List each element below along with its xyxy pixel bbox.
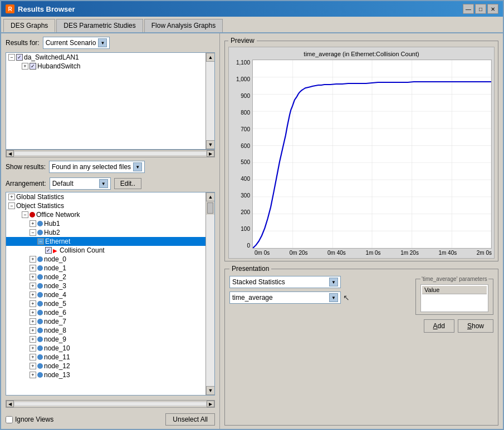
- results-for-arrow[interactable]: ▼: [98, 38, 107, 47]
- expand-icon[interactable]: +: [30, 327, 36, 334]
- ignore-views-checkbox[interactable]: [6, 416, 13, 423]
- show-label-rest: how: [472, 322, 484, 330]
- list-item[interactable]: + node_5: [6, 299, 214, 308]
- list-item[interactable]: + node_11: [6, 353, 214, 362]
- list-item[interactable]: + node_8: [6, 326, 214, 335]
- blue-dot-icon: [37, 274, 43, 280]
- expand-icon[interactable]: +: [30, 345, 36, 352]
- show-button[interactable]: Show: [458, 319, 493, 333]
- blue-dot-icon: [37, 221, 43, 226]
- maximize-button[interactable]: □: [475, 4, 486, 14]
- file-tree-hscroll[interactable]: ◀ ▶: [6, 150, 215, 157]
- tree-label: Object Statistics: [16, 202, 64, 210]
- expand-icon[interactable]: +: [30, 300, 36, 307]
- arrangement-dropdown[interactable]: Default ▼: [50, 177, 111, 190]
- list-item[interactable]: + node_3: [6, 281, 214, 290]
- tree-checkbox[interactable]: ✓: [16, 54, 23, 61]
- main-window: R Results Browser — □ ✕ DES Graphs DES P…: [0, 0, 504, 430]
- expand-icon[interactable]: −: [37, 238, 44, 245]
- expand-icon[interactable]: +: [30, 274, 36, 280]
- add-button[interactable]: Add: [424, 319, 454, 333]
- list-item[interactable]: − Hub2: [6, 228, 214, 237]
- list-item[interactable]: + node_7: [6, 317, 214, 326]
- expand-icon[interactable]: +: [30, 291, 36, 298]
- list-item[interactable]: + node_13: [6, 370, 214, 379]
- expand-icon[interactable]: +: [30, 318, 36, 325]
- stats-tree-hscroll[interactable]: ◀ ▶: [6, 400, 215, 408]
- stat-arrow[interactable]: ▼: [329, 293, 338, 302]
- left-panel: Results for: Current Scenario ▼ − ✓ da_S…: [1, 33, 220, 429]
- scroll-right-btn[interactable]: ▶: [207, 150, 214, 157]
- show-underline: S: [467, 322, 472, 330]
- blue-dot-icon: [37, 265, 43, 271]
- list-item[interactable]: + node_4: [6, 290, 214, 299]
- list-item[interactable]: + node_10: [6, 344, 214, 353]
- expand-icon[interactable]: −: [22, 211, 28, 218]
- expand-icon[interactable]: −: [8, 202, 15, 209]
- list-item[interactable]: + node_2: [6, 273, 214, 281]
- show-results-value: Found in any selected files: [52, 163, 131, 171]
- list-item[interactable]: + node_1: [6, 264, 214, 273]
- param-column-header: Value: [422, 286, 487, 294]
- stats-tree-scrollbar[interactable]: ▲ ▼: [205, 192, 214, 395]
- tree-label: node_7: [44, 318, 66, 325]
- scroll-left-btn[interactable]: ◀: [6, 401, 14, 407]
- tree-checkbox[interactable]: ✓: [30, 63, 36, 70]
- expand-icon[interactable]: +: [30, 372, 36, 378]
- tab-des-parametric[interactable]: DES Parametric Studies: [56, 19, 143, 32]
- list-item[interactable]: − ✓ da_SwitchedLAN1: [6, 53, 214, 62]
- scroll-up-btn[interactable]: ▲: [206, 192, 215, 201]
- expand-icon[interactable]: +: [30, 354, 36, 360]
- edit-button[interactable]: Edit..: [114, 178, 141, 189]
- expand-icon[interactable]: +: [30, 309, 36, 316]
- scroll-right-btn[interactable]: ▶: [207, 401, 214, 407]
- list-item[interactable]: − Office Network: [6, 210, 214, 219]
- x-label: 2m 0s: [477, 250, 492, 256]
- scroll-down-btn[interactable]: ▼: [206, 140, 215, 149]
- scroll-down-btn[interactable]: ▼: [206, 386, 215, 395]
- list-item[interactable]: − Object Statistics: [6, 201, 214, 210]
- show-results-dropdown[interactable]: Found in any selected files ▼: [49, 161, 145, 173]
- close-button[interactable]: ✕: [487, 4, 498, 14]
- minimize-button[interactable]: —: [463, 4, 474, 14]
- expand-icon[interactable]: +: [30, 220, 36, 227]
- list-item[interactable]: + ✓ HubandSwitch: [6, 62, 214, 71]
- chart-container: 1,100 1,000 900 800 700 600 500 400 300 …: [231, 60, 492, 249]
- tree-label: node_0: [44, 255, 66, 263]
- expand-icon[interactable]: +: [8, 194, 15, 200]
- tab-des-graphs[interactable]: DES Graphs: [3, 19, 55, 32]
- expand-icon[interactable]: +: [30, 283, 36, 289]
- list-item[interactable]: + node_0: [6, 255, 214, 264]
- expand-icon[interactable]: +: [22, 63, 28, 70]
- arrangement-arrow[interactable]: ▼: [99, 179, 108, 188]
- tree-checkbox[interactable]: ✓: [45, 247, 52, 254]
- list-item[interactable]: + node_9: [6, 335, 214, 344]
- expand-icon[interactable]: −: [30, 229, 36, 236]
- expand-icon[interactable]: +: [30, 256, 36, 263]
- show-results-arrow[interactable]: ▼: [133, 162, 142, 171]
- presentation-type-dropdown[interactable]: Stacked Statistics ▼: [229, 276, 341, 288]
- blue-dot-icon: [37, 354, 43, 360]
- blue-dot-icon: [37, 372, 43, 378]
- list-item[interactable]: ✓ ▶ Collision Count: [6, 246, 214, 255]
- list-item[interactable]: + Global Statistics: [6, 192, 214, 201]
- expand-icon[interactable]: −: [8, 54, 15, 61]
- tab-flow-analysis[interactable]: Flow Analysis Graphs: [144, 19, 223, 32]
- expand-icon[interactable]: +: [30, 265, 36, 271]
- scroll-left-btn[interactable]: ◀: [6, 150, 14, 157]
- blue-dot-icon: [37, 301, 43, 307]
- stat-dropdown[interactable]: time_average ▼: [229, 291, 341, 304]
- list-item[interactable]: + Hub1: [6, 219, 214, 228]
- unselect-all-button[interactable]: Unselect All: [165, 413, 215, 426]
- list-item[interactable]: − Ethernet: [6, 237, 214, 246]
- list-item[interactable]: + node_6: [6, 308, 214, 317]
- presentation-type-arrow[interactable]: ▼: [329, 278, 338, 286]
- list-item[interactable]: + node_12: [6, 362, 214, 370]
- results-for-dropdown[interactable]: Current Scenario ▼: [43, 37, 110, 49]
- tree-label: node_12: [44, 362, 70, 370]
- expand-icon[interactable]: +: [30, 336, 36, 343]
- file-tree-scrollbar[interactable]: ▲ ▼: [205, 53, 214, 149]
- expand-icon[interactable]: +: [30, 363, 36, 369]
- scroll-up-btn[interactable]: ▲: [206, 53, 215, 62]
- tree-label: Ethernet: [45, 238, 70, 245]
